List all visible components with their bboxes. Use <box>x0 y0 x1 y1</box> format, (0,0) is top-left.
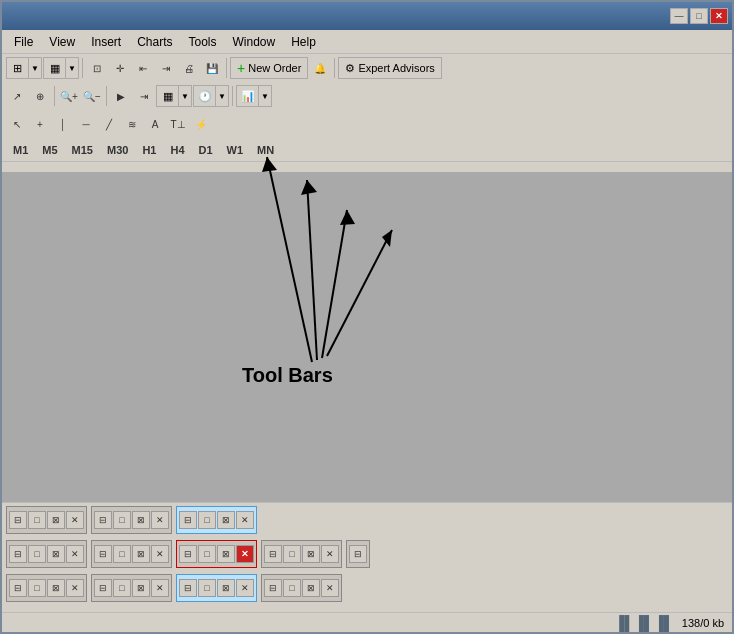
tf-m1[interactable]: M1 <box>6 141 35 159</box>
wm-m6[interactable]: □ <box>198 545 216 563</box>
wm-r8[interactable]: ⊟ <box>349 545 367 563</box>
menu-tools[interactable]: Tools <box>181 33 225 51</box>
new-order-button[interactable]: + New Order <box>230 57 308 79</box>
tf-d1[interactable]: D1 <box>192 141 220 159</box>
tf-h4[interactable]: H4 <box>163 141 191 159</box>
print-btn[interactable]: 🖨 <box>178 57 200 79</box>
wm-c12[interactable]: ✕ <box>321 579 339 597</box>
zoom-in-btn[interactable]: ⇤ <box>132 57 154 79</box>
wm-m10[interactable]: □ <box>113 579 131 597</box>
wm-m11[interactable]: □ <box>198 579 216 597</box>
template-btn[interactable]: ⊡ <box>86 57 108 79</box>
wm-c6[interactable]: ✕ <box>236 545 254 563</box>
text-tool[interactable]: A <box>144 113 166 135</box>
chart-type-combo[interactable]: ▦ ▼ <box>156 85 192 107</box>
wm-c10[interactable]: ✕ <box>151 579 169 597</box>
tf-m5[interactable]: M5 <box>35 141 64 159</box>
wm-restore-1[interactable]: ⊟ <box>9 511 27 529</box>
wm-c5[interactable]: ✕ <box>151 545 169 563</box>
menu-insert[interactable]: Insert <box>83 33 129 51</box>
zoom-in2-btn[interactable]: 🔍+ <box>58 85 80 107</box>
save-btn[interactable]: 💾 <box>201 57 223 79</box>
wm-restore-2[interactable]: ⊟ <box>94 511 112 529</box>
wm-close-3[interactable]: ✕ <box>236 511 254 529</box>
horizontal-line-tool[interactable]: ─ <box>75 113 97 135</box>
wm-t11[interactable]: ⊠ <box>217 579 235 597</box>
close-button[interactable]: ✕ <box>710 8 728 24</box>
tf-m15[interactable]: M15 <box>65 141 100 159</box>
wm-r9[interactable]: ⊟ <box>9 579 27 597</box>
ea-label: Expert Advisors <box>358 62 434 74</box>
wm-t7[interactable]: ⊠ <box>302 545 320 563</box>
cross-tool[interactable]: + <box>29 113 51 135</box>
wm-c11[interactable]: ✕ <box>236 579 254 597</box>
menu-view[interactable]: View <box>41 33 83 51</box>
period-combo[interactable]: 📊 ▼ <box>236 85 272 107</box>
vertical-line-tool[interactable]: │ <box>52 113 74 135</box>
wm-restore-3[interactable]: ⊟ <box>179 511 197 529</box>
tf-mn[interactable]: MN <box>250 141 281 159</box>
profile-combo[interactable]: ▦ ▼ <box>43 57 79 79</box>
tf-w1[interactable]: W1 <box>220 141 251 159</box>
pointer-tool[interactable]: ↖ <box>6 113 28 135</box>
wm-tile-2[interactable]: ⊠ <box>132 511 150 529</box>
wm-c9[interactable]: ✕ <box>66 579 84 597</box>
wm-t9[interactable]: ⊠ <box>47 579 65 597</box>
cursor-btn[interactable]: ↗ <box>6 85 28 107</box>
wm-max-3[interactable]: □ <box>198 511 216 529</box>
wm-tile-1[interactable]: ⊠ <box>47 511 65 529</box>
menu-window[interactable]: Window <box>225 33 284 51</box>
period-dropdown[interactable]: ▼ <box>259 86 271 106</box>
wm-c7[interactable]: ✕ <box>321 545 339 563</box>
toolbar-row-2: ↗ ⊕ 🔍+ 🔍− ▶ ⇥ ▦ ▼ 🕐 ▼ 📊 ▼ <box>2 82 732 110</box>
maximize-button[interactable]: □ <box>690 8 708 24</box>
bar-scroll-btn[interactable]: ⇥ <box>133 85 155 107</box>
wm-t6[interactable]: ⊠ <box>217 545 235 563</box>
trendline-tool[interactable]: ╱ <box>98 113 120 135</box>
wm-t12[interactable]: ⊠ <box>302 579 320 597</box>
wm-t5[interactable]: ⊠ <box>132 545 150 563</box>
menu-charts[interactable]: Charts <box>129 33 180 51</box>
wm-t10[interactable]: ⊠ <box>132 579 150 597</box>
line-studies-btn[interactable]: ⊕ <box>29 85 51 107</box>
minimize-button[interactable]: — <box>670 8 688 24</box>
wm-m12[interactable]: □ <box>283 579 301 597</box>
profile-dropdown[interactable]: ▼ <box>66 58 78 78</box>
tf-m30[interactable]: M30 <box>100 141 135 159</box>
wm-close-2[interactable]: ✕ <box>151 511 169 529</box>
chart-type-dropdown[interactable]: ▼ <box>179 86 191 106</box>
wm-max-1[interactable]: □ <box>28 511 46 529</box>
wm-m4[interactable]: □ <box>28 545 46 563</box>
zoom-out-btn[interactable]: ⇥ <box>155 57 177 79</box>
zoom-out2-btn[interactable]: 🔍− <box>81 85 103 107</box>
wm-close-1[interactable]: ✕ <box>66 511 84 529</box>
wm-r6[interactable]: ⊟ <box>179 545 197 563</box>
wm-r4[interactable]: ⊟ <box>9 545 27 563</box>
tf-h1[interactable]: H1 <box>135 141 163 159</box>
wm-tile-3[interactable]: ⊠ <box>217 511 235 529</box>
wm-t4[interactable]: ⊠ <box>47 545 65 563</box>
menu-help[interactable]: Help <box>283 33 324 51</box>
alert-btn[interactable]: 🔔 <box>309 57 331 79</box>
new-chart-dropdown[interactable]: ▼ <box>29 58 41 78</box>
wm-r10[interactable]: ⊟ <box>94 579 112 597</box>
indicator-combo[interactable]: 🕐 ▼ <box>193 85 229 107</box>
wm-r7[interactable]: ⊟ <box>264 545 282 563</box>
new-chart-combo[interactable]: ⊞ ▼ <box>6 57 42 79</box>
wm-r12[interactable]: ⊟ <box>264 579 282 597</box>
wm-m9[interactable]: □ <box>28 579 46 597</box>
wm-r11[interactable]: ⊟ <box>179 579 197 597</box>
wm-c4[interactable]: ✕ <box>66 545 84 563</box>
crosshair-btn[interactable]: ✛ <box>109 57 131 79</box>
wm-m7[interactable]: □ <box>283 545 301 563</box>
arrow-btn[interactable]: ▶ <box>110 85 132 107</box>
fibonacci-tool[interactable]: ≋ <box>121 113 143 135</box>
wm-max-2[interactable]: □ <box>113 511 131 529</box>
expert-advisors-button[interactable]: ⚙ Expert Advisors <box>338 57 441 79</box>
indicator-dropdown[interactable]: ▼ <box>216 86 228 106</box>
wm-m5[interactable]: □ <box>113 545 131 563</box>
wm-r5[interactable]: ⊟ <box>94 545 112 563</box>
label-tool[interactable]: T⊥ <box>167 113 189 135</box>
menu-file[interactable]: File <box>6 33 41 51</box>
more-tools[interactable]: ⚡ <box>190 113 212 135</box>
